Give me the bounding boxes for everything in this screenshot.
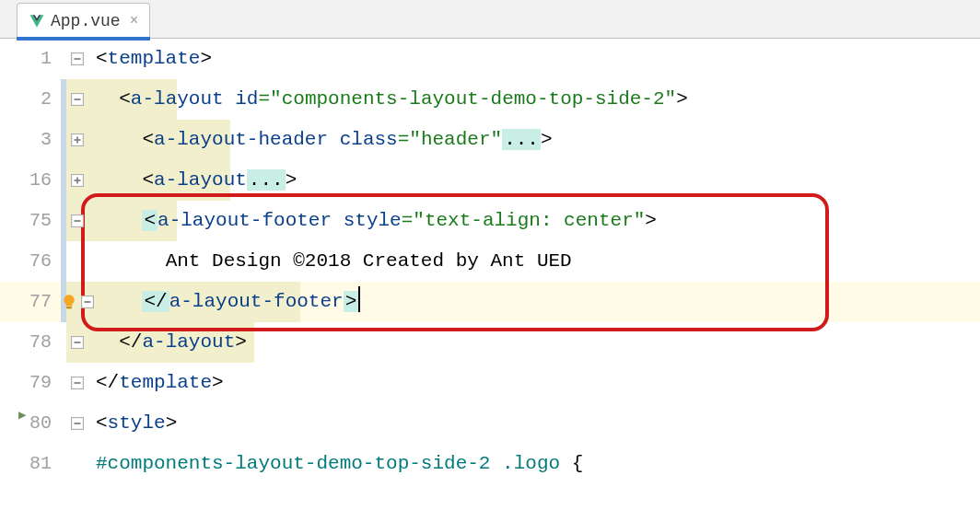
fold-minus-icon[interactable] <box>81 296 94 308</box>
fold-plus-icon[interactable] <box>71 133 84 146</box>
tab-filename: App.vue <box>51 12 121 30</box>
fold-minus-icon[interactable] <box>71 336 84 349</box>
close-icon[interactable]: × <box>130 13 139 29</box>
fold-minus-icon[interactable] <box>71 417 84 430</box>
lightbulb-icon[interactable] <box>61 294 77 310</box>
line-number[interactable]: 78 <box>0 322 52 363</box>
folded-placeholder[interactable]: ... <box>247 169 286 191</box>
line-number[interactable]: 1 <box>0 39 52 79</box>
code-line[interactable]: Ant Design ©2018 Created by Ant UED <box>96 241 980 282</box>
folded-placeholder[interactable]: ... <box>502 129 541 150</box>
fold-column <box>59 39 96 484</box>
run-marker-icon[interactable]: ▶ <box>18 407 26 423</box>
code-line[interactable]: <a-layout-footer style="text-align: cent… <box>96 201 980 241</box>
line-number[interactable]: 77 <box>0 282 52 322</box>
line-number[interactable]: 3 <box>0 120 52 160</box>
fold-minus-icon[interactable] <box>71 377 84 389</box>
code-editor[interactable]: 1 2 3 16 75 76 77 78 79 80 81 ▶ <templat… <box>0 39 980 510</box>
code-area[interactable]: <template> <a-layout id="components-layo… <box>96 39 980 484</box>
code-line[interactable]: <a-layout id="components-layout-demo-top… <box>96 79 980 120</box>
gutter: 1 2 3 16 75 76 77 78 79 80 81 <box>0 39 59 484</box>
code-line[interactable]: <a-layout...> <box>96 160 980 201</box>
text-caret <box>358 286 360 312</box>
tab-bar: App.vue × <box>0 0 980 39</box>
code-line[interactable]: <template> <box>96 39 980 79</box>
svg-rect-12 <box>66 307 72 308</box>
fold-plus-icon[interactable] <box>71 174 84 187</box>
line-number[interactable]: 75 <box>0 201 52 241</box>
file-tab-appvue[interactable]: App.vue × <box>17 3 150 38</box>
line-number[interactable]: 76 <box>0 241 52 282</box>
line-number[interactable]: 79 <box>0 363 52 403</box>
vue-icon <box>29 13 45 29</box>
line-number[interactable]: 16 <box>0 160 52 201</box>
line-number[interactable]: 81 <box>0 444 52 484</box>
code-line[interactable]: </a-layout-footer> <box>96 282 980 322</box>
code-line[interactable]: </template> <box>96 363 980 403</box>
fold-minus-icon[interactable] <box>71 52 84 65</box>
line-number[interactable]: 2 <box>0 79 52 120</box>
code-line[interactable]: #components-layout-demo-top-side-2 .logo… <box>96 444 980 484</box>
fold-minus-icon[interactable] <box>71 214 84 227</box>
fold-minus-icon[interactable] <box>71 93 84 106</box>
code-line[interactable]: <style> <box>96 403 980 444</box>
code-line[interactable]: </a-layout> <box>96 322 980 363</box>
code-line[interactable]: <a-layout-header class="header"...> <box>96 120 980 160</box>
